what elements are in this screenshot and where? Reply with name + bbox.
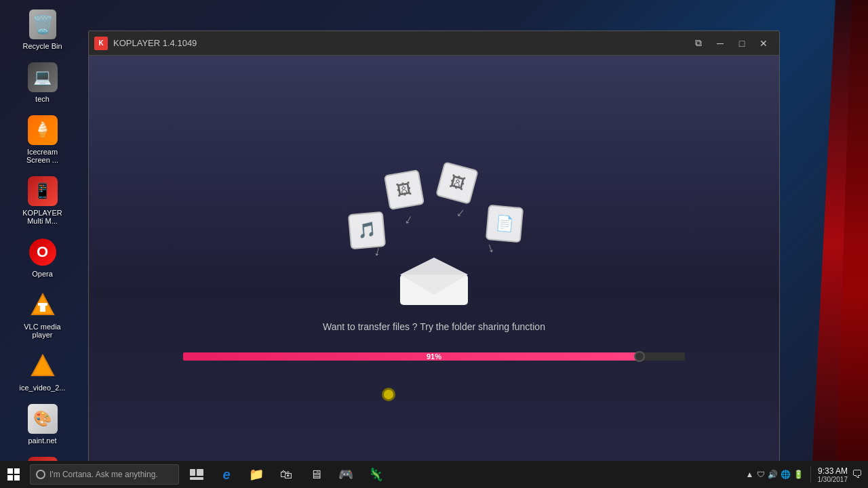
notification-button[interactable]: 🗨: [852, 468, 863, 481]
svg-rect-12: [197, 469, 203, 476]
paint-icon: 🎨: [26, 403, 59, 435]
transfer-text: Want to transfer files ? Try the folder …: [323, 321, 545, 332]
desktop-icon-vlc[interactable]: VLC media player: [16, 286, 70, 342]
desktop-icon-ice-video[interactable]: ice_video_2...: [16, 347, 70, 394]
icecream-label: Icecream Screen ...: [18, 148, 67, 164]
window-titlebar: K KOPLAYER 1.4.1049 ⧉ ─ □ ✕: [89, 31, 779, 56]
desktop: 🗑️ Recycle Bin 💻 tech 🍦 Icecream Screen …: [0, 0, 868, 488]
ice-video-label: ice_video_2...: [20, 384, 66, 392]
antivirus-icon: 🛡: [757, 470, 765, 479]
desktop-icon-opera[interactable]: O Opera: [16, 233, 70, 281]
maximize-button[interactable]: □: [732, 35, 752, 52]
vlc-label: VLC media player: [18, 323, 67, 339]
battery-icon: 🔋: [793, 470, 804, 479]
svg-rect-11: [190, 469, 195, 476]
progress-track: 91%: [183, 352, 685, 361]
svg-marker-3: [32, 355, 54, 375]
cortana-search[interactable]: I'm Cortana. Ask me anything.: [30, 464, 179, 485]
svg-rect-7: [7, 468, 13, 474]
store-button[interactable]: 🛍: [273, 461, 300, 488]
minimize-button[interactable]: ─: [710, 35, 730, 52]
ice-video-icon: [26, 350, 59, 382]
svg-rect-1: [40, 305, 45, 312]
recycle-bin-icon: 🗑️: [26, 8, 59, 41]
system-tray: ▲ 🛡 🔊 🌐 🔋: [746, 470, 804, 479]
system-clock[interactable]: 9:33 AM 1/30/2017: [818, 466, 848, 483]
photo-icon-1: 🖼: [384, 169, 425, 210]
svg-rect-9: [7, 475, 13, 481]
progress-percent: 91%: [427, 352, 441, 361]
photo-icon-2: 🖼: [435, 161, 479, 205]
progress-dot: [634, 351, 645, 362]
opera-label: Opera: [32, 270, 53, 278]
arrow-4: ↓: [484, 239, 496, 256]
svg-rect-2: [38, 303, 47, 306]
close-button[interactable]: ✕: [753, 35, 774, 52]
inbox-tray: [397, 251, 471, 308]
recycle-bin-label: Recycle Bin: [22, 42, 62, 50]
doc-icon: 📄: [486, 205, 524, 243]
search-circle-icon: [36, 470, 45, 479]
desktop-icons-area: 🗑️ Recycle Bin 💻 tech 🍦 Icecream Screen …: [0, 0, 85, 461]
svg-rect-10: [14, 475, 20, 481]
arrow-1: ↓: [402, 211, 416, 228]
speaker-icon[interactable]: 🔊: [768, 470, 778, 479]
task-view-button[interactable]: [183, 461, 210, 488]
window-title: KOPLAYER 1.4.1049: [113, 38, 688, 48]
vlc-icon: [26, 289, 59, 321]
progress-fill: [183, 352, 639, 361]
window-content: 🖼 🖼 🎵 📄 ↓ ↓ ↓ ↓: [89, 56, 779, 464]
edge-button[interactable]: e: [213, 461, 240, 488]
desktop-icon-recycle-bin[interactable]: 🗑️ Recycle Bin: [16, 5, 70, 53]
desktop-icon-paint[interactable]: 🎨 paint.net: [16, 400, 70, 447]
koplayer-multi-label: KOPLAYER Multi M...: [18, 209, 67, 225]
icecream-icon: 🍦: [26, 114, 59, 146]
tray-divider: [810, 466, 811, 483]
paint-label: paint.net: [28, 436, 56, 445]
tray-arrow[interactable]: ▲: [746, 470, 754, 479]
opera-icon: O: [26, 236, 59, 268]
connect-button[interactable]: 🖥: [302, 461, 330, 488]
taskbar-right-area: ▲ 🛡 🔊 🌐 🔋 9:33 AM 1/30/2017 🗨: [746, 466, 868, 483]
desktop-icon-tech[interactable]: 💻 tech: [16, 58, 70, 106]
svg-marker-6: [400, 258, 468, 274]
taskbar-app6-button[interactable]: 🦎: [362, 461, 389, 488]
koplayer-logo: K: [94, 37, 108, 50]
taskbar: I'm Cortana. Ask me anything. e 📁 🛍 🖥 🎮 …: [0, 461, 868, 488]
clock-date: 1/30/2017: [818, 476, 848, 483]
taskbar-quick-launch: e 📁 🛍 🖥 🎮 🦎: [183, 461, 389, 488]
start-button[interactable]: [0, 461, 27, 488]
tech-label: tech: [35, 95, 50, 103]
desktop-icon-koplayer-multi[interactable]: 📱 KOPLAYER Multi M...: [16, 172, 70, 228]
svg-rect-8: [14, 468, 20, 474]
window-controls: ⧉ ─ □ ✕: [688, 35, 774, 52]
transfer-illustration: 🖼 🖼 🎵 📄 ↓ ↓ ↓ ↓: [326, 159, 542, 308]
progress-container: 91%: [183, 352, 685, 361]
clock-time: 9:33 AM: [818, 466, 848, 476]
svg-rect-13: [190, 477, 203, 480]
restore-button[interactable]: ⧉: [688, 35, 709, 52]
explorer-button[interactable]: 📁: [243, 461, 270, 488]
koplayer-multi-icon: 📱: [26, 175, 59, 207]
koplayer-window: K KOPLAYER 1.4.1049 ⧉ ─ □ ✕ 🖼 🖼 🎵 📄 ↓ ↓ …: [88, 30, 780, 464]
network-icon[interactable]: 🌐: [781, 470, 791, 479]
cortana-placeholder: I'm Cortana. Ask me anything.: [50, 470, 158, 479]
desktop-icon-icecream[interactable]: 🍦 Icecream Screen ...: [16, 111, 70, 167]
taskbar-app5-button[interactable]: 🎮: [332, 461, 359, 488]
tech-icon: 💻: [26, 61, 59, 94]
mouse-cursor: [382, 388, 395, 401]
arrow-2: ↓: [454, 204, 469, 220]
